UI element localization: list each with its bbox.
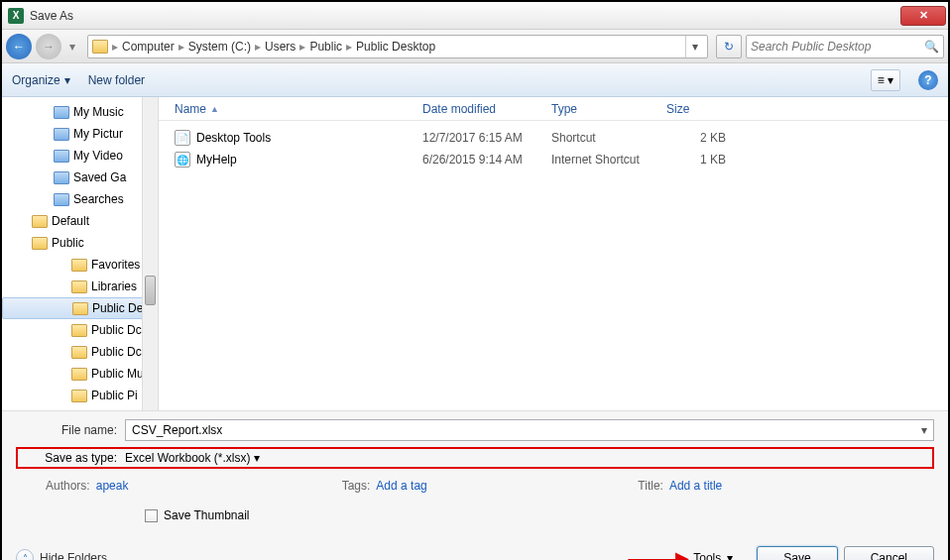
new-folder-button[interactable]: New folder xyxy=(88,73,145,87)
tree-item-label: Public Pi xyxy=(91,389,138,402)
tags-label: Tags: xyxy=(342,479,371,493)
tree-item-label: Public Dc xyxy=(91,345,142,359)
refresh-button[interactable]: ↻ xyxy=(716,35,742,58)
filename-value[interactable]: CSV_Report.xlsx xyxy=(132,423,222,437)
save-thumbnail-checkbox[interactable] xyxy=(145,509,158,522)
tree-item[interactable]: Default xyxy=(2,210,158,232)
col-size[interactable]: Size xyxy=(666,102,746,116)
tree-item[interactable]: Public Dc xyxy=(2,319,158,341)
folder-icon xyxy=(54,106,69,119)
tools-dropdown[interactable]: Tools▾ xyxy=(693,551,733,560)
excel-icon: X xyxy=(8,8,24,24)
folder-icon xyxy=(71,390,87,402)
tree-item-label: Saved Ga xyxy=(73,170,126,184)
tree-item-label: Public Dc xyxy=(91,323,142,337)
tree-item[interactable]: Public Pi xyxy=(2,385,158,406)
savetype-dropdown[interactable]: ▾ xyxy=(254,451,260,465)
titlebar: X Save As ✕ xyxy=(2,2,948,30)
savetype-label: Save as type: xyxy=(20,451,125,465)
save-as-type-highlight: Save as type: Excel Workbook (*.xlsx) ▾ xyxy=(16,447,934,469)
filename-dropdown[interactable]: ▾ xyxy=(921,423,927,437)
organize-button[interactable]: Organize ▾ xyxy=(12,73,70,87)
file-name: MyHelp xyxy=(196,153,237,167)
folder-icon xyxy=(54,193,69,206)
tree-item-label: Public Mu xyxy=(91,367,144,381)
file-type: Shortcut xyxy=(551,131,666,145)
history-dropdown[interactable]: ▾ xyxy=(65,34,79,59)
tree-item[interactable]: Searches xyxy=(2,188,158,210)
file-row[interactable]: 🌐MyHelp6/26/2015 9:14 AMInternet Shortcu… xyxy=(175,149,948,170)
title-value[interactable]: Add a title xyxy=(669,479,722,493)
filename-field[interactable]: CSV_Report.xlsx ▾ xyxy=(125,419,934,441)
bottom-panel: File name: CSV_Report.xlsx ▾ Save as typ… xyxy=(2,410,948,560)
tree-item[interactable]: Saved Ga xyxy=(2,167,158,188)
tree-item-label: Default xyxy=(52,214,89,228)
tree-item-label: My Video xyxy=(73,149,123,163)
forward-button[interactable]: → xyxy=(36,34,61,59)
search-icon: 🔍 xyxy=(924,40,939,54)
tree-item[interactable]: My Video xyxy=(2,145,158,167)
save-button[interactable]: Save xyxy=(757,546,837,560)
folder-icon xyxy=(54,128,69,141)
file-row[interactable]: 📄Desktop Tools12/7/2017 6:15 AMShortcut2… xyxy=(175,127,948,149)
toolbar: Organize ▾ New folder ≡ ▾ ? xyxy=(2,63,948,97)
breadcrumb-dropdown[interactable]: ▾ xyxy=(685,36,703,57)
folder-icon xyxy=(54,171,69,184)
tree-item-label: My Music xyxy=(73,105,124,119)
col-date[interactable]: Date modified xyxy=(422,102,551,116)
col-type[interactable]: Type xyxy=(551,102,666,116)
crumb-users[interactable]: Users xyxy=(265,40,296,54)
close-button[interactable]: ✕ xyxy=(900,6,946,26)
savetype-value[interactable]: Excel Workbook (*.xlsx) xyxy=(125,451,250,465)
breadcrumb[interactable]: ▸ Computer▸ System (C:)▸ Users▸ Public▸ … xyxy=(87,35,708,58)
save-as-dialog: X Save As ✕ ← → ▾ ▸ Computer▸ System (C:… xyxy=(0,0,950,560)
folder-tree[interactable]: My MusicMy PicturMy VideoSaved GaSearche… xyxy=(2,97,159,410)
hide-folders-button[interactable]: ˄ Hide Folders xyxy=(16,549,107,560)
chevron-up-icon: ˄ xyxy=(16,549,34,560)
tree-item[interactable]: My Music xyxy=(2,101,158,123)
tree-item[interactable]: Libraries xyxy=(2,276,158,297)
view-options-button[interactable]: ≡ ▾ xyxy=(871,69,900,91)
file-icon: 📄 xyxy=(175,130,190,146)
help-button[interactable]: ? xyxy=(918,70,938,90)
folder-icon xyxy=(72,302,88,315)
col-name[interactable]: Name▲ xyxy=(175,102,422,116)
file-date: 6/26/2015 9:14 AM xyxy=(422,153,551,167)
crumb-public[interactable]: Public xyxy=(309,40,342,54)
annotation-arrow: ———▶ xyxy=(628,547,687,560)
authors-value[interactable]: apeak xyxy=(96,479,129,493)
tree-scrollbar[interactable] xyxy=(142,97,158,410)
back-button[interactable]: ← xyxy=(6,34,32,59)
column-headers: Name▲ Date modified Type Size xyxy=(159,97,948,121)
tags-value[interactable]: Add a tag xyxy=(376,479,426,493)
folder-icon xyxy=(71,324,87,337)
folder-icon xyxy=(71,368,87,381)
tree-item-label: Favorites xyxy=(91,258,140,272)
file-list: Name▲ Date modified Type Size 📄Desktop T… xyxy=(159,97,948,410)
file-size: 2 KB xyxy=(666,131,746,145)
title-label: Title: xyxy=(638,479,663,493)
authors-label: Authors: xyxy=(46,479,90,493)
cancel-button[interactable]: Cancel xyxy=(844,546,934,560)
search-input[interactable] xyxy=(751,40,924,54)
tree-item[interactable]: Public Mu xyxy=(2,363,158,385)
tree-item[interactable]: Favorites xyxy=(2,254,158,276)
crumb-system[interactable]: System (C:) xyxy=(188,40,251,54)
file-date: 12/7/2017 6:15 AM xyxy=(422,131,551,145)
crumb-computer[interactable]: Computer xyxy=(122,40,175,54)
tree-item[interactable]: My Pictur xyxy=(2,123,158,145)
folder-icon xyxy=(32,237,48,250)
file-name: Desktop Tools xyxy=(196,131,271,145)
folder-icon xyxy=(54,150,69,163)
crumb-public-desktop[interactable]: Public Desktop xyxy=(356,40,435,54)
tree-item[interactable]: Public De xyxy=(2,297,158,319)
file-icon: 🌐 xyxy=(175,152,190,168)
folder-icon xyxy=(92,40,108,54)
tree-item[interactable]: Public Dc xyxy=(2,341,158,363)
savetype-field[interactable]: Excel Workbook (*.xlsx) ▾ xyxy=(125,451,260,465)
save-thumbnail-label[interactable]: Save Thumbnail xyxy=(164,508,250,522)
search-box[interactable]: 🔍 xyxy=(746,35,944,58)
folder-icon xyxy=(71,280,87,293)
file-size: 1 KB xyxy=(666,153,746,167)
tree-item[interactable]: Public xyxy=(2,232,158,254)
